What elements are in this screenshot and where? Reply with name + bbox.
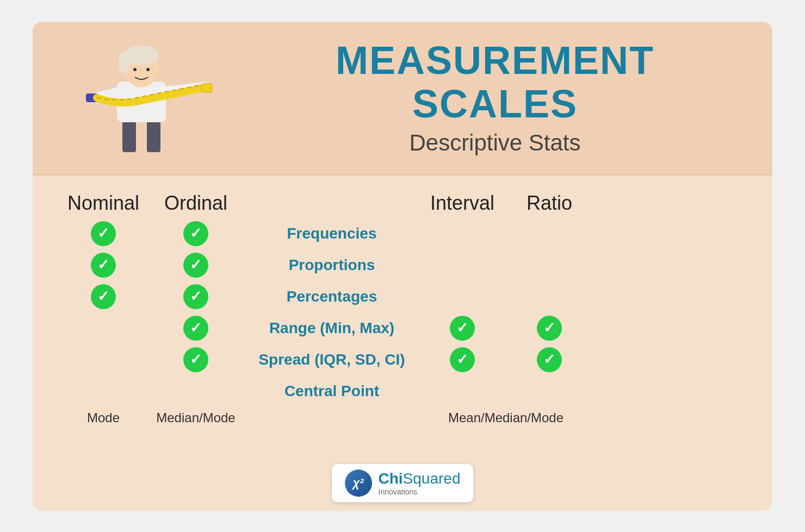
header-text-area: MEASUREMENT SCALES Descriptive Stats — [228, 39, 740, 155]
ordinal-range-check: ✓ — [183, 316, 208, 341]
logo-icon: χ² — [345, 470, 372, 497]
nominal-proportions-check: ✓ — [91, 253, 116, 278]
col-header-nominal: Nominal — [67, 192, 139, 215]
header-section: MEASUREMENT SCALES Descriptive Stats — [33, 22, 772, 176]
col-header-ordinal: Ordinal — [164, 192, 227, 215]
main-card: MEASUREMENT SCALES Descriptive Stats Nom… — [33, 22, 772, 511]
ratio-range-check: ✓ — [537, 316, 562, 341]
row-label-central: Central Point — [284, 383, 379, 400]
ratio-central-empty — [537, 379, 562, 404]
subtitle: Descriptive Stats — [250, 130, 740, 156]
interval-proportions-empty — [450, 253, 475, 278]
footer-section: χ² ChiSquared Innovations — [33, 455, 772, 511]
check-icon: ✓ — [537, 347, 562, 372]
bottom-label-interval-ratio: Mean/Median/Mode — [448, 410, 564, 425]
ratio-proportions-empty — [537, 253, 562, 278]
svg-point-11 — [146, 68, 150, 71]
illustration-area — [54, 33, 228, 163]
bottom-label-ordinal: Median/Mode — [156, 410, 235, 425]
ordinal-percentages-check: ✓ — [183, 284, 208, 309]
nominal-percentages-check: ✓ — [91, 284, 116, 309]
ordinal-proportions-check: ✓ — [183, 253, 208, 278]
nominal-central-empty — [91, 379, 116, 404]
logo-name: ChiSquared — [379, 470, 461, 487]
col-header-interval: Interval — [430, 192, 494, 215]
logo-box: χ² ChiSquared Innovations — [332, 464, 474, 502]
row-label-frequencies: Frequencies — [287, 225, 377, 242]
ordinal-central-empty — [183, 379, 208, 404]
ordinal-spread-check: ✓ — [183, 347, 208, 372]
row-label-proportions: Proportions — [289, 256, 375, 274]
row-label-spread: Spread (IQR, SD, CI) — [258, 351, 405, 368]
ordinal-frequencies-check: ✓ — [183, 221, 208, 246]
content-section: Nominal Ordinal Interval Ratio ✓ ✓ Frequ… — [33, 176, 772, 455]
main-title: MEASUREMENT SCALES — [250, 39, 740, 125]
check-icon: ✓ — [91, 284, 116, 309]
check-icon: ✓ — [450, 316, 475, 341]
check-icon: ✓ — [183, 284, 208, 309]
nominal-frequencies-check: ✓ — [91, 221, 116, 246]
svg-point-5 — [119, 52, 129, 73]
logo-subtitle: Innovations — [379, 487, 461, 496]
interval-central-empty — [450, 379, 475, 404]
bottom-label-nominal: Mode — [87, 410, 120, 425]
interval-range-check: ✓ — [450, 316, 475, 341]
check-icon: ✓ — [183, 347, 208, 372]
check-icon: ✓ — [183, 253, 208, 278]
ratio-frequencies-empty — [537, 221, 562, 246]
ratio-spread-check: ✓ — [537, 347, 562, 372]
row-label-range: Range (Min, Max) — [269, 320, 394, 337]
interval-spread-check: ✓ — [450, 347, 475, 372]
ratio-percentages-empty — [537, 284, 562, 309]
col-header-ratio: Ratio — [527, 192, 572, 215]
check-icon: ✓ — [537, 316, 562, 341]
check-icon: ✓ — [183, 316, 208, 341]
check-icon: ✓ — [91, 253, 116, 278]
interval-percentages-empty — [450, 284, 475, 309]
svg-rect-9 — [201, 84, 212, 92]
nominal-range-empty — [91, 316, 116, 341]
person-illustration — [65, 33, 218, 163]
nominal-spread-empty — [91, 347, 116, 372]
check-icon: ✓ — [450, 347, 475, 372]
interval-frequencies-empty — [450, 221, 475, 246]
data-grid: Nominal Ordinal Interval Ratio ✓ ✓ Frequ… — [65, 192, 740, 425]
check-icon: ✓ — [91, 221, 116, 246]
logo-text: ChiSquared Innovations — [379, 470, 461, 496]
check-icon: ✓ — [183, 221, 208, 246]
svg-point-10 — [133, 68, 137, 71]
row-label-percentages: Percentages — [287, 288, 377, 305]
